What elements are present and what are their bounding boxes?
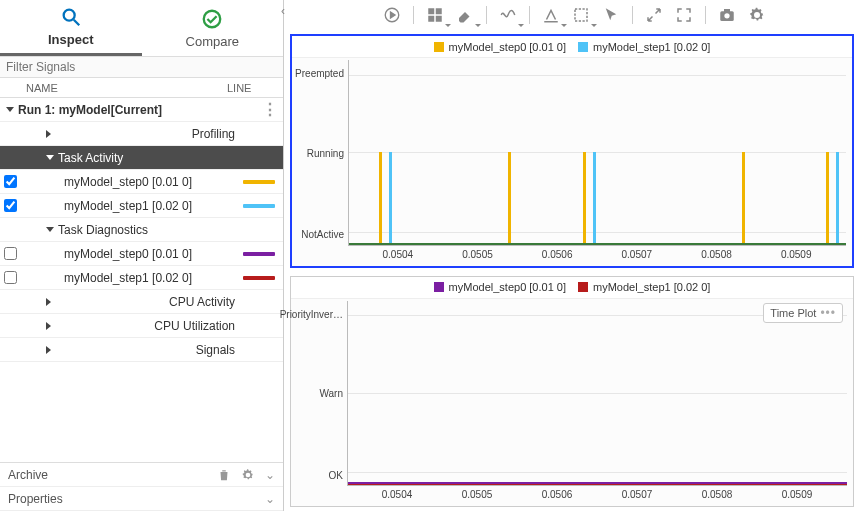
spike xyxy=(379,152,382,244)
camera-icon[interactable] xyxy=(714,4,740,26)
tree-task-activity[interactable]: Task Activity xyxy=(0,146,283,170)
spike xyxy=(593,152,596,244)
swatch-ta-step1 xyxy=(243,204,275,208)
left-panel: ‹ Inspect Compare NAME LINE Run 1: myMod… xyxy=(0,0,284,511)
run-menu-icon[interactable]: ⋮ xyxy=(262,105,277,115)
trash-icon[interactable] xyxy=(217,468,231,482)
tick: 0.0508 xyxy=(702,489,733,500)
svg-rect-9 xyxy=(575,9,587,21)
legend-chip-icon xyxy=(434,42,444,52)
plot-task-activity[interactable]: myModel_step0 [0.01 0] myModel_step1 [0.… xyxy=(290,34,854,268)
checkbox-td-step1[interactable] xyxy=(4,271,17,284)
eraser-icon[interactable] xyxy=(452,4,478,26)
ylabel: NotActive xyxy=(301,229,344,240)
fullscreen-icon[interactable] xyxy=(671,4,697,26)
baseline xyxy=(349,243,846,245)
column-name[interactable]: NAME xyxy=(0,82,227,94)
signal-icon[interactable] xyxy=(495,4,521,26)
tick: 0.0508 xyxy=(701,249,732,260)
plot-task-diagnostics[interactable]: myModel_step0 [0.01 0] myModel_step1 [0.… xyxy=(290,276,854,508)
ylabel: Preempted xyxy=(295,68,344,79)
tick: 0.0505 xyxy=(462,249,493,260)
baseline xyxy=(348,484,847,486)
baseline xyxy=(348,482,847,484)
tab-inspect[interactable]: Inspect xyxy=(0,0,142,56)
checkbox-ta-step1[interactable] xyxy=(4,199,17,212)
tree-task-diagnostics[interactable]: Task Diagnostics xyxy=(0,218,283,242)
tree-td-step1[interactable]: myModel_step1 [0.02 0] xyxy=(0,266,283,290)
chevron-down-icon[interactable]: ⌄ xyxy=(265,468,275,482)
svg-rect-7 xyxy=(435,16,441,22)
tick: 0.0509 xyxy=(781,249,812,260)
legend-chip-icon xyxy=(578,42,588,52)
svg-rect-12 xyxy=(724,9,730,12)
tree-cpu-utilization[interactable]: CPU Utilization xyxy=(0,314,283,338)
check-circle-icon xyxy=(201,8,223,30)
right-panel: myModel_step0 [0.01 0] myModel_step1 [0.… xyxy=(284,0,864,511)
settings-gear-icon[interactable] xyxy=(744,4,770,26)
tree-profiling[interactable]: Profiling xyxy=(0,122,283,146)
svg-point-0 xyxy=(63,10,74,21)
chevron-down-icon[interactable]: ⌄ xyxy=(265,492,275,506)
column-line[interactable]: LINE xyxy=(227,82,283,94)
plot2-legend: myModel_step0 [0.01 0] myModel_step1 [0.… xyxy=(291,277,853,299)
tab-compare[interactable]: Compare xyxy=(142,0,284,56)
svg-line-1 xyxy=(74,20,80,26)
plot1-chart-area[interactable] xyxy=(348,60,846,246)
spike xyxy=(826,152,829,244)
tick: 0.0504 xyxy=(382,489,413,500)
search-icon xyxy=(60,6,82,28)
layout-grid-icon[interactable] xyxy=(422,4,448,26)
pointer-icon[interactable] xyxy=(598,4,624,26)
svg-point-11 xyxy=(724,13,729,18)
collapse-left-icon[interactable]: ‹ xyxy=(281,4,285,18)
legend-chip-icon xyxy=(434,282,444,292)
properties-panel[interactable]: Properties ⌄ xyxy=(0,487,283,511)
tick: 0.0506 xyxy=(542,489,573,500)
tick: 0.0509 xyxy=(782,489,813,500)
tree-td-step0[interactable]: myModel_step0 [0.01 0] xyxy=(0,242,283,266)
tab-compare-label: Compare xyxy=(186,34,239,49)
tick: 0.0505 xyxy=(462,489,493,500)
tab-inspect-label: Inspect xyxy=(48,32,94,47)
spike xyxy=(742,152,745,244)
spike xyxy=(508,152,511,244)
tick: 0.0507 xyxy=(622,489,653,500)
spike xyxy=(389,152,392,244)
legend-chip-icon xyxy=(578,282,588,292)
spike xyxy=(836,152,839,244)
plot1-legend: myModel_step0 [0.01 0] myModel_step1 [0.… xyxy=(292,36,852,58)
plot2-chart-area[interactable] xyxy=(347,301,847,487)
tree-header: NAME LINE xyxy=(0,78,283,98)
dots-icon: ••• xyxy=(820,306,836,320)
run-icon[interactable] xyxy=(379,4,405,26)
ylabel: Warn xyxy=(319,388,343,399)
ylabel: PriorityInver… xyxy=(280,308,343,319)
archive-panel[interactable]: Archive ⌄ xyxy=(0,463,283,487)
tree-ta-step1[interactable]: myModel_step1 [0.02 0] xyxy=(0,194,283,218)
run-label: Run 1: myModel[Current] xyxy=(18,103,162,117)
zoom-box-icon[interactable] xyxy=(568,4,594,26)
swatch-ta-step0 xyxy=(243,180,275,184)
ylabel: Running xyxy=(307,147,344,158)
swatch-td-step0 xyxy=(243,252,275,256)
gear-icon[interactable] xyxy=(241,468,255,482)
checkbox-td-step0[interactable] xyxy=(4,247,17,260)
signal-tree: Run 1: myModel[Current] ⋮ Profiling Task… xyxy=(0,98,283,462)
svg-rect-5 xyxy=(435,8,441,14)
checkbox-ta-step0[interactable] xyxy=(4,175,17,188)
tick: 0.0507 xyxy=(622,249,653,260)
tree-ta-step0[interactable]: myModel_step0 [0.01 0] xyxy=(0,170,283,194)
tree-signals[interactable]: Signals xyxy=(0,338,283,362)
svg-rect-6 xyxy=(428,16,434,22)
expand-icon[interactable] xyxy=(641,4,667,26)
spike xyxy=(583,152,586,244)
tree-cpu-activity[interactable]: CPU Activity xyxy=(0,290,283,314)
tick: 0.0504 xyxy=(383,249,414,260)
filter-signals-input[interactable] xyxy=(6,60,277,74)
tree-run[interactable]: Run 1: myModel[Current] ⋮ xyxy=(0,98,283,122)
ylabel: OK xyxy=(329,469,343,480)
tick: 0.0506 xyxy=(542,249,573,260)
time-plot-badge[interactable]: Time Plot••• xyxy=(763,303,843,323)
highlight-icon[interactable] xyxy=(538,4,564,26)
